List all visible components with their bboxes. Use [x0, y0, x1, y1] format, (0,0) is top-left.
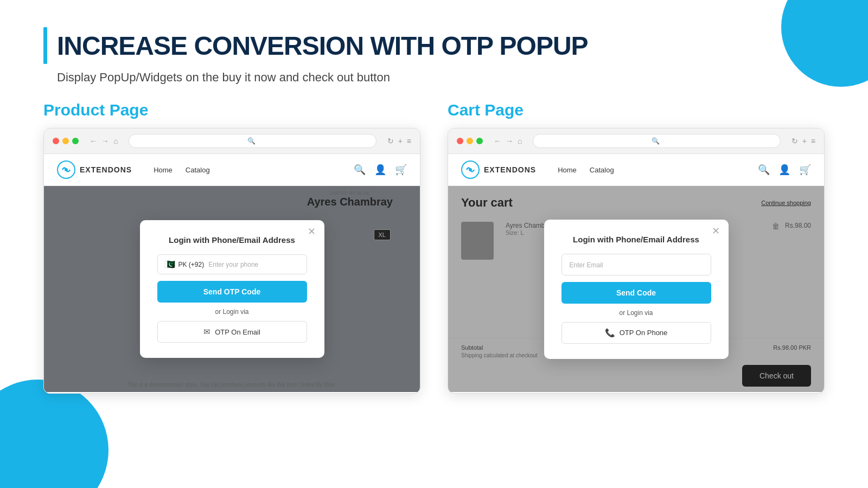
- cart-page-panel: Cart Page ← → ⌂ 🔍: [448, 101, 825, 394]
- cart-browser-toolbar: ← → ⌂ 🔍 ↻ + ≡: [448, 129, 824, 154]
- phone-flag: 🇵🇰: [164, 259, 175, 269]
- product-page-panel: Product Page ← → ⌂ 🔍: [43, 101, 420, 394]
- svg-point-3: [469, 168, 472, 171]
- cart-store-logo: EXTENDONS: [461, 160, 536, 179]
- cart-browser-address-bar[interactable]: 🔍: [533, 134, 780, 148]
- main-title: INCREASE CONVERSION WITH OTP POPUP: [57, 31, 588, 61]
- product-phone-input[interactable]: 🇵🇰 PK (+92) Enter your phone: [157, 254, 307, 274]
- cart-refresh-icon[interactable]: ↻: [792, 137, 798, 145]
- cart-send-code-btn[interactable]: Send Code: [561, 282, 711, 304]
- product-nav-home[interactable]: Home: [154, 166, 173, 174]
- cart-nav-home[interactable]: Home: [558, 166, 577, 174]
- cart-store-icons: 🔍 👤 🛒: [758, 164, 811, 176]
- cart-back-icon[interactable]: ←: [494, 137, 501, 145]
- cart-content-bg: Your cart Continue shopping Ayres Chambr…: [448, 186, 824, 392]
- cart-dot-green[interactable]: [476, 138, 483, 144]
- product-store-logo: EXTENDONS: [57, 160, 132, 179]
- phone-placeholder: Enter your phone: [208, 261, 258, 268]
- forward-icon[interactable]: →: [101, 137, 109, 145]
- cart-email-placeholder: Enter Email: [570, 261, 603, 269]
- browser-right-icons: ↻ + ≡: [387, 137, 411, 145]
- svg-point-1: [65, 168, 68, 171]
- cart-browser-mockup: ← → ⌂ 🔍 ↻ + ≡: [448, 128, 825, 394]
- cart-store-name: EXTENDONS: [484, 165, 536, 174]
- cart-section-title: Cart Page: [448, 101, 825, 119]
- browser-address-bar[interactable]: 🔍: [129, 134, 376, 148]
- cart-forward-icon[interactable]: →: [506, 137, 513, 145]
- phone-code: PK (+92): [178, 261, 205, 268]
- panels-row: Product Page ← → ⌂ 🔍: [43, 101, 825, 394]
- cart-secondary-btn-label: OTP On Phone: [620, 329, 668, 337]
- tab-add-icon[interactable]: +: [398, 137, 403, 145]
- product-store-name: EXTENDONS: [80, 165, 132, 174]
- dot-yellow[interactable]: [62, 138, 69, 144]
- dot-green[interactable]: [72, 138, 79, 144]
- dot-red[interactable]: [53, 138, 59, 144]
- cart-popup-close[interactable]: ✕: [712, 226, 720, 236]
- cart-extendons-logo-icon: [461, 160, 480, 179]
- product-popup-box: ✕ Login with Phone/Email Address 🇵🇰 PK (…: [140, 220, 324, 358]
- cart-or-text: or Login via: [561, 309, 711, 317]
- email-icon: ✉: [203, 327, 210, 337]
- browser-dots: [53, 138, 79, 144]
- cart-address-search-icon: 🔍: [652, 137, 660, 145]
- product-browser-mockup: ← → ⌂ 🔍 ↻ + ≡: [43, 128, 420, 394]
- cart-popup-title: Login with Phone/Email Address: [561, 235, 711, 244]
- product-popup-close[interactable]: ✕: [308, 227, 316, 236]
- refresh-icon[interactable]: ↻: [387, 137, 394, 145]
- product-popup-overlay: ✕ Login with Phone/Email Address 🇵🇰 PK (…: [44, 186, 420, 392]
- product-cart-icon[interactable]: 🛒: [395, 164, 407, 176]
- product-otp-email-btn[interactable]: ✉ OTP On Email: [157, 321, 307, 343]
- header-section: INCREASE CONVERSION WITH OTP POPUP Displ…: [43, 27, 825, 85]
- product-or-text: or Login via: [157, 308, 307, 316]
- cart-nav-catalog[interactable]: Catalog: [590, 166, 614, 174]
- cart-store-menu: Home Catalog: [558, 166, 758, 174]
- home-icon[interactable]: ⌂: [113, 137, 118, 145]
- browser-nav-icons: ← → ⌂: [90, 137, 118, 145]
- back-icon[interactable]: ←: [90, 137, 97, 145]
- extendons-logo-icon: [57, 160, 75, 179]
- product-section-title: Product Page: [43, 101, 420, 119]
- product-send-otp-btn[interactable]: Send OTP Code: [157, 281, 307, 303]
- cart-email-input[interactable]: Enter Email: [561, 254, 711, 275]
- cart-home-icon[interactable]: ⌂: [518, 137, 522, 145]
- cart-account-icon[interactable]: 👤: [778, 164, 790, 176]
- cart-browser-nav-icons: ← → ⌂: [494, 137, 522, 145]
- phone-icon: 📞: [605, 328, 615, 338]
- product-search-icon[interactable]: 🔍: [354, 164, 366, 176]
- subtitle: Display PopUp/Widgets on the buy it now …: [57, 70, 825, 85]
- cart-store-nav: EXTENDONS Home Catalog 🔍 👤 🛒: [448, 154, 824, 186]
- product-browser-toolbar: ← → ⌂ 🔍 ↻ + ≡: [44, 129, 420, 154]
- cart-more-icon[interactable]: ≡: [811, 137, 815, 145]
- product-popup-title: Login with Phone/Email Address: [157, 235, 307, 245]
- cart-browser-dots: [457, 138, 483, 144]
- cart-otp-phone-btn[interactable]: 📞 OTP On Phone: [561, 322, 711, 344]
- header-accent-bar: [43, 27, 47, 64]
- cart-popup-box: ✕ Login with Phone/Email Address Enter E…: [544, 220, 729, 359]
- product-secondary-btn-label: OTP On Email: [215, 328, 260, 336]
- product-account-icon[interactable]: 👤: [374, 164, 386, 176]
- cart-popup-overlay: ✕ Login with Phone/Email Address Enter E…: [448, 186, 824, 392]
- address-search-icon: 🔍: [247, 137, 256, 145]
- product-store-nav: EXTENDONS Home Catalog 🔍 👤 🛒: [44, 154, 420, 186]
- cart-cart-icon[interactable]: 🛒: [799, 164, 811, 176]
- product-store-icons: 🔍 👤 🛒: [354, 164, 407, 176]
- product-store-menu: Home Catalog: [154, 166, 354, 174]
- product-content-bg: UNITED BY BLUE Ayres Chambray XL ✕ Login…: [44, 186, 420, 392]
- cart-search-icon[interactable]: 🔍: [758, 164, 770, 176]
- product-nav-catalog[interactable]: Catalog: [186, 166, 210, 174]
- cart-browser-right-icons: ↻ + ≡: [792, 137, 815, 145]
- cart-tab-add-icon[interactable]: +: [802, 137, 807, 145]
- cart-dot-red[interactable]: [457, 138, 463, 144]
- more-icon[interactable]: ≡: [407, 137, 411, 145]
- cart-dot-yellow[interactable]: [467, 138, 473, 144]
